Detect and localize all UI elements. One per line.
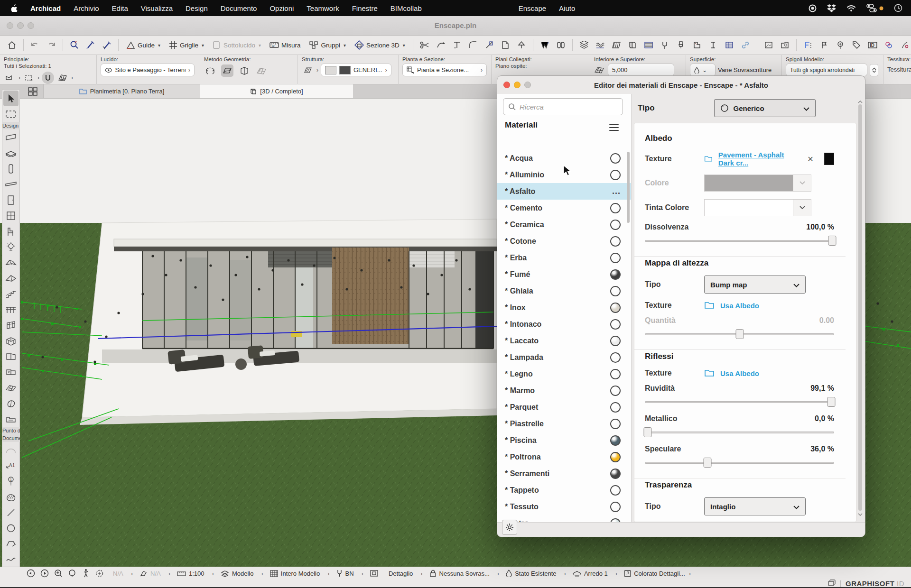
menu-bimcollab[interactable]: BIMcollab [390,4,422,12]
tinta-swatch[interactable] [705,200,793,216]
wifi-icon[interactable] [846,5,856,12]
column-pair-icon[interactable] [554,38,568,52]
render-person-icon[interactable] [898,38,911,52]
window-titlebar[interactable]: Enscape.pln [0,16,911,36]
inject-parameters-icon[interactable] [84,38,98,52]
geometry-method-3-icon[interactable] [238,64,251,77]
clear-texture-icon[interactable]: ✕ [807,155,813,164]
scissors-icon[interactable] [418,38,432,52]
circle-tool[interactable] [3,520,19,536]
id-icon[interactable]: ID [865,38,880,52]
morph-tool[interactable] [3,395,19,411]
pan-icon[interactable] [65,569,79,578]
tree-icon[interactable] [833,38,847,52]
zoom-in-icon[interactable] [51,569,65,578]
magnet-toggle-icon[interactable] [42,72,54,84]
spline-tool[interactable] [3,551,19,567]
guide-button[interactable]: Guide▾ [123,38,164,52]
geometry-method-1-icon[interactable] [204,64,216,77]
dialog-minimize-button[interactable] [514,82,521,88]
superiore-value-field[interactable]: 5,000 [608,64,674,76]
material-item-tappeto[interactable]: * Tappeto [497,482,631,498]
material-item-fume[interactable]: * Fumé [497,266,631,283]
material-item-serramenti[interactable]: * Serramenti [497,465,631,482]
clock-icon[interactable] [894,4,902,12]
tab-3d-completo[interactable]: [3D / Completo] [200,84,353,98]
label-marker-tool[interactable]: 1 [3,473,19,489]
image-icon[interactable] [762,38,776,52]
gruppi-button[interactable]: Gruppi▾ [306,38,349,52]
render-stamp-icon[interactable] [778,38,792,52]
stair-tool[interactable] [3,286,19,302]
status-modello[interactable]: Modello› [221,570,263,577]
wave-icon[interactable] [593,38,607,52]
marquee-options-icon[interactable] [23,72,35,84]
material-item-cotone[interactable]: * Cotone [497,233,631,249]
brush-icon[interactable] [674,38,688,52]
material-item-intonaco[interactable]: * Intonaco [497,316,631,332]
menu-documento[interactable]: Documento [221,4,257,12]
material-item-inox[interactable]: * Inox [497,299,631,316]
blinds-icon[interactable] [641,38,656,52]
walk-mode-icon[interactable] [79,569,93,578]
spigoli-selector[interactable]: Tutti gli spigoli arrotondati [786,64,867,76]
material-item-laccato[interactable]: * Laccato [497,332,631,349]
menu-opzioni[interactable]: Opzioni [270,4,294,12]
opening-tool[interactable] [3,364,19,380]
ibeam-icon[interactable] [706,38,720,52]
material-item-lampada[interactable]: * Lampada [497,349,631,366]
pianta-sezione-button[interactable]: Pianta e Sezione...› [402,64,487,76]
properties-scrollbar[interactable] [857,97,863,518]
menu-aiuto[interactable]: Aiuto [559,4,575,12]
nav-forward-icon[interactable] [37,569,51,578]
material-item-poltrona[interactable]: * Poltrona [497,449,631,465]
fit-view-icon[interactable] [93,569,106,578]
slab-tool[interactable] [3,145,19,161]
griglie-button[interactable]: Griglie▾ [166,38,207,52]
material-item-parquet[interactable]: * Parquet [497,399,631,415]
spigoli-stepper[interactable] [870,64,878,76]
status-sovrascritture[interactable]: Nessuna Sovras...› [429,570,500,577]
schedule-icon[interactable] [722,38,736,52]
material-item-piastrelle[interactable]: * Piastrelle [497,415,631,432]
polyline-tool[interactable] [3,536,19,551]
layers-icon[interactable] [577,38,591,52]
settings-gear-button[interactable] [502,520,517,535]
line-tool[interactable] [3,505,19,520]
beam-tool[interactable] [3,176,19,192]
door-tool[interactable] [3,192,19,208]
status-combinazione-lucidi[interactable]: Arredo 1› [573,570,617,577]
control-center-icon[interactable] [866,4,883,12]
corner-window-tool[interactable] [3,349,19,364]
wall-tool[interactable] [3,129,19,145]
material-item-acqua[interactable]: * Acqua [497,150,631,166]
ruvidita-slider[interactable] [645,396,834,408]
adjust-icon[interactable] [450,38,464,52]
object-tool[interactable] [3,223,19,239]
menu-enscape[interactable]: Enscape [519,4,546,12]
material-row-menu-icon[interactable]: ... [612,186,621,196]
materials-scrollbar[interactable] [627,152,630,223]
profile-manager-icon[interactable] [690,38,704,52]
status-orientation[interactable]: N/A› [139,570,170,577]
lucido-selector[interactable]: Sito e Paesaggio - Terreno› [101,64,195,76]
dimension-tool[interactable] [3,442,19,458]
link-chain-icon[interactable] [738,38,753,52]
transfer-parameters-icon[interactable] [100,38,114,52]
bump-texture-link[interactable]: Usa Albedo [720,302,759,310]
roof-tool[interactable] [3,255,19,270]
dropbox-icon[interactable] [827,4,836,12]
home-icon[interactable] [5,38,19,52]
status-stato-ristrutturazione[interactable]: Stato Esistente› [506,570,566,577]
hatch-icon[interactable] [609,38,623,52]
status-stile-3d[interactable]: Colorato Dettagli...› [624,570,691,577]
superficie-field[interactable]: ⌄ [690,64,716,76]
favorites-list-icon[interactable] [801,38,815,52]
menu-teamwork[interactable]: Teamwork [307,4,339,12]
nav-back-icon[interactable] [24,569,37,578]
screen-record-icon[interactable] [809,4,817,12]
material-search-box[interactable] [503,98,623,115]
surface-pair-selector[interactable]: GENERI...› [321,64,391,76]
curtain-wall-tool[interactable] [3,317,19,333]
status-dettaglio[interactable]: Dettaglio› [370,570,423,577]
